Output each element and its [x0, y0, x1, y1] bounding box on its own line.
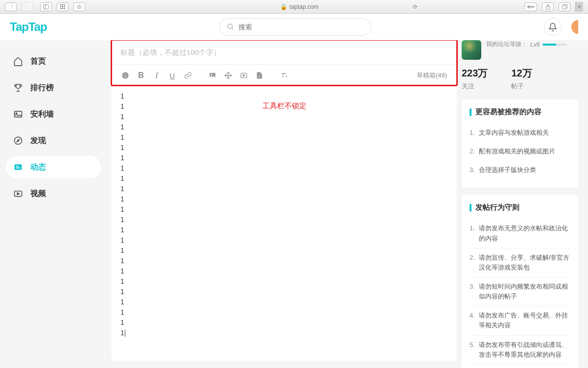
search-field[interactable]: [238, 23, 364, 31]
svg-rect-3: [62, 4, 63, 5]
content-line: 1: [120, 194, 448, 204]
level-value: Lv8: [530, 41, 540, 48]
emoji-button[interactable]: [118, 69, 132, 82]
move-button[interactable]: [221, 69, 235, 82]
new-tab-button[interactable]: +: [575, 2, 583, 12]
content-line: 1: [120, 132, 448, 143]
tabs-icon[interactable]: [559, 2, 570, 11]
reader-button[interactable]: [524, 2, 537, 11]
sidebar: 首页 排行榜 安利墙 发现 动态 视频: [0, 40, 107, 368]
svg-point-29: [126, 74, 127, 75]
video-icon: [13, 188, 24, 199]
rules-panel: 发帖行为守则 请勿发布无意义的水帖和政治化的内容请勿宣传、分享、求破解/非官方汉…: [462, 195, 578, 368]
svg-rect-8: [60, 8, 61, 9]
sidebar-item-anli[interactable]: 安利墙: [6, 103, 101, 125]
recommend-item: 合理选择子版块分类: [470, 161, 570, 179]
rule-item: 请勿发布广告、账号交易、外挂等相关内容: [470, 306, 570, 335]
underline-button[interactable]: U: [165, 69, 179, 82]
sidebar-item-label: 动态: [30, 162, 46, 172]
sidebar-item-label: 排行榜: [30, 83, 54, 93]
notifications-button[interactable]: [544, 18, 562, 36]
compass-icon: [13, 135, 24, 146]
bell-icon: [548, 23, 557, 31]
svg-point-20: [15, 137, 22, 145]
taptap-logo[interactable]: TapTap: [10, 20, 47, 34]
editor-card: B I U + 草稿箱(49) 工具栏不锁定 11111111111111111…: [112, 40, 457, 361]
extension-button[interactable]: [73, 2, 85, 11]
svg-text:+: +: [259, 75, 260, 78]
sidebar-item-ranking[interactable]: 排行榜: [6, 76, 101, 99]
svg-rect-10: [64, 8, 65, 9]
svg-rect-24: [16, 168, 20, 169]
italic-button[interactable]: I: [150, 69, 164, 82]
level-label: 我的论坛等级：: [486, 40, 527, 49]
content-line: 1: [120, 307, 448, 318]
sidebar-item-home[interactable]: 首页: [6, 50, 101, 73]
rule-item: 请遵守 《TapTap社区管理规范》: [470, 365, 570, 368]
avatar[interactable]: [571, 20, 578, 34]
content-line: 1: [120, 266, 448, 276]
post-title-input[interactable]: [112, 40, 457, 64]
sidebar-item-video[interactable]: 视频: [6, 182, 101, 205]
url-bar[interactable]: 🔒 taptap.com ⟳: [92, 2, 517, 11]
browser-chrome: 〈 〉 🔒 taptap.com ⟳ +: [0, 0, 588, 14]
content-line: 1: [120, 245, 448, 256]
svg-rect-9: [62, 8, 63, 9]
clear-format-button[interactable]: [277, 69, 291, 82]
editor-toolbar: B I U + 草稿箱(49): [112, 64, 457, 86]
svg-point-16: [228, 24, 232, 28]
sidebar-item-feed[interactable]: 动态: [6, 156, 101, 178]
content-line: 1: [120, 287, 448, 297]
panel-title: 发帖行为守则: [470, 203, 570, 212]
url-host: taptap.com: [289, 3, 318, 10]
recommend-item: 文章内容与发帖游戏相关: [470, 123, 570, 142]
nav-forward-button[interactable]: 〉: [22, 2, 33, 11]
svg-point-28: [124, 74, 125, 75]
image-button[interactable]: [206, 69, 219, 82]
link-button[interactable]: [181, 69, 195, 82]
share-icon[interactable]: [542, 2, 554, 11]
app-topbar: TapTap: [0, 14, 588, 40]
svg-rect-7: [64, 6, 65, 7]
svg-point-31: [211, 74, 212, 75]
bold-button[interactable]: B: [134, 69, 148, 82]
card-icon: [13, 109, 24, 120]
svg-rect-23: [16, 166, 19, 167]
stat-label: 帖子: [511, 82, 532, 91]
svg-marker-26: [17, 193, 19, 195]
drafts-link[interactable]: 草稿箱(49): [417, 71, 450, 80]
content-line: 1: [120, 256, 448, 266]
content-line: 1: [120, 328, 448, 338]
stat-followers[interactable]: 223万 关注: [462, 67, 488, 91]
right-column: 我的论坛等级： Lv8 223万 关注 12万 帖子 更容易被推荐的内容 文章内…: [462, 40, 588, 368]
sidebar-item-label: 视频: [30, 189, 46, 199]
feed-icon: [13, 162, 24, 172]
nav-back-button[interactable]: 〈: [5, 2, 17, 11]
content-line: 1: [120, 153, 448, 163]
stat-posts[interactable]: 12万 帖子: [511, 67, 532, 91]
top-sites-button[interactable]: [57, 2, 69, 11]
svg-rect-6: [62, 6, 63, 7]
embed-button[interactable]: [237, 69, 251, 82]
svg-rect-2: [60, 4, 61, 5]
refresh-icon[interactable]: ⟳: [413, 3, 418, 10]
sidebar-item-label: 首页: [30, 56, 46, 67]
content-line: 1: [120, 297, 448, 307]
game-thumbnail[interactable]: [462, 40, 481, 60]
svg-point-12: [79, 6, 80, 7]
svg-rect-15: [563, 5, 566, 9]
rule-item: 请勿发布带有引战倾向或谩骂、攻击等不尊重其他玩家的内容: [470, 336, 570, 365]
editor-content[interactable]: 111111111111111111111111: [112, 86, 457, 361]
content-line: 1: [120, 143, 448, 153]
content-line: 1: [120, 163, 448, 173]
content-line: 1: [120, 318, 448, 328]
search-input[interactable]: [219, 18, 371, 36]
sidebar-item-discover[interactable]: 发现: [6, 129, 101, 152]
recommend-item: 配有游戏相关的视频或图片: [470, 142, 570, 161]
content-line: 1: [120, 184, 448, 194]
sidebar-toggle-button[interactable]: [40, 2, 52, 11]
attachment-button[interactable]: +: [253, 69, 266, 82]
recommend-panel: 更容易被推荐的内容 文章内容与发帖游戏相关配有游戏相关的视频或图片合理选择子版块…: [462, 99, 578, 187]
content-line: 1: [120, 112, 448, 122]
search-icon: [227, 23, 235, 31]
